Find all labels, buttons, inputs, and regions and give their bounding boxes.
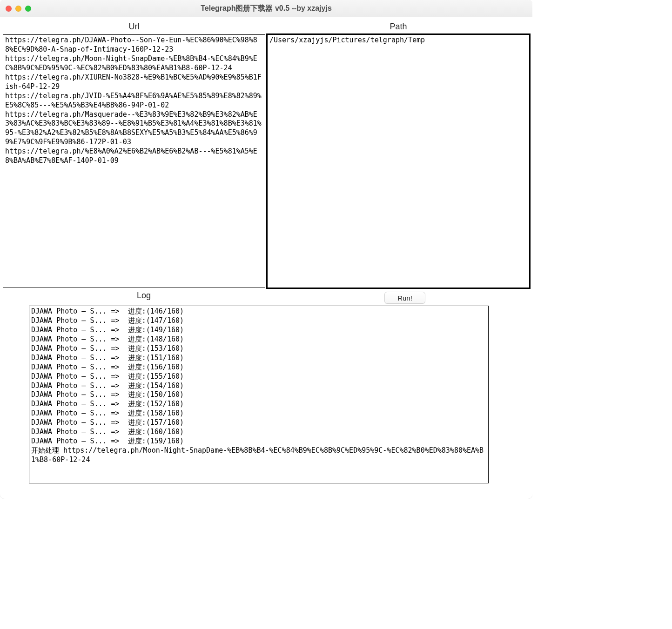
log-label: Log [29, 289, 259, 303]
path-input[interactable] [267, 34, 530, 288]
bottom-row: Log Run! [3, 289, 530, 304]
url-column: Url [3, 20, 265, 288]
close-icon[interactable] [6, 6, 12, 12]
log-output: DJAWA Photo – S... => 进度:(146/160) DJAWA… [29, 306, 489, 483]
path-column: Path [267, 20, 530, 288]
maximize-icon[interactable] [25, 6, 31, 12]
run-button[interactable]: Run! [384, 292, 425, 304]
log-wrapper: DJAWA Photo – S... => 进度:(146/160) DJAWA… [3, 306, 530, 483]
minimize-icon[interactable] [15, 6, 21, 12]
traffic-lights [0, 6, 31, 12]
window-title: Telegraph图册下载器 v0.5 --by xzajyjs [0, 4, 532, 13]
path-label: Path [267, 20, 530, 34]
content-area: Url Path Log Run! DJAWA Photo – S... => … [0, 17, 532, 486]
url-label: Url [3, 20, 265, 34]
run-section: Run! [280, 289, 530, 304]
log-section: Log [3, 289, 278, 304]
url-input[interactable] [3, 34, 265, 288]
titlebar: Telegraph图册下载器 v0.5 --by xzajyjs [0, 0, 532, 17]
app-window: Telegraph图册下载器 v0.5 --by xzajyjs Url Pat… [0, 0, 532, 499]
top-row: Url Path [3, 20, 530, 288]
